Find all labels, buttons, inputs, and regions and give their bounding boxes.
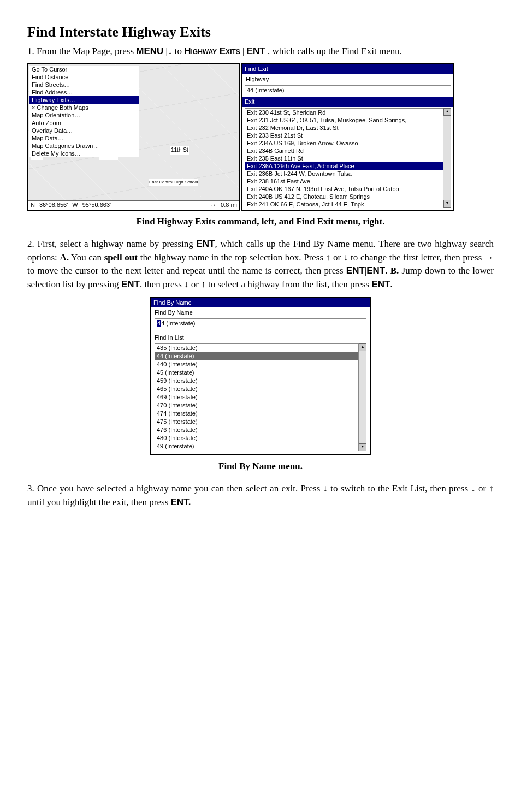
list-item[interactable]: 435 (Interstate) (155, 344, 358, 352)
key-ent: ENT (346, 265, 365, 276)
input-text: 4 (Interstate) (161, 320, 195, 327)
status-lat: 36°08.856' (39, 201, 68, 210)
scroll-up-icon[interactable]: ▴ (359, 343, 366, 351)
text: , then press ↓ or ↑ to select a highway … (140, 279, 371, 289)
highway-label: Highway (242, 74, 453, 84)
list-item[interactable]: 49 (Interstate) (155, 442, 358, 451)
list-item[interactable]: Exit 236B Jct I-244 W, Downtown Tulsa (245, 170, 443, 177)
status-w: W (72, 201, 78, 210)
list-item[interactable]: Exit 233 East 21st St (245, 132, 443, 139)
list-item[interactable]: Exit 234B Garnett Rd (245, 147, 443, 155)
find-exit-panel: Find Exit Highway 44 (Interstate) Exit E… (241, 63, 454, 211)
list-item[interactable]: Exit 232 Memorial Dr, East 31st St (245, 124, 443, 132)
scrollbar[interactable]: ▴ ▾ (443, 108, 451, 208)
list-item[interactable]: 475 (Interstate) (155, 418, 358, 426)
menu-item[interactable]: Find Streets… (29, 81, 139, 88)
exit-list[interactable]: Exit 230 41st St, Sheridan Rd Exit 231 J… (245, 108, 451, 208)
bold-text: spell out (104, 252, 138, 263)
list-item[interactable]: 469 (Interstate) (155, 393, 358, 401)
map-poi-label: East Central High School (149, 179, 198, 186)
list-item[interactable]: 440 (Interstate) (155, 360, 358, 369)
page-title: Find Interstate Highway Exits (27, 22, 494, 43)
scroll-down-icon[interactable]: ▾ (359, 443, 366, 451)
list-item[interactable]: 480 (Interstate) (155, 434, 358, 442)
text: 3. Once you have selected a highway name… (27, 483, 494, 507)
menu-item[interactable]: Find Distance (29, 73, 139, 81)
list-item[interactable]: 470 (Interstate) (155, 401, 358, 410)
text: You can (69, 252, 104, 263)
list-item[interactable]: 45 (Interstate) (155, 369, 358, 377)
text: 1. From the Map Page, press (27, 46, 136, 56)
key-ent: ENT (247, 46, 265, 56)
menu-item[interactable]: Auto Zoom (29, 119, 139, 127)
arrow-icon: ↔ (210, 201, 216, 210)
list-item[interactable]: Exit 231 Jct US 64, OK 51, Tulsa, Muskog… (245, 116, 443, 124)
figure-2-caption: Find By Name menu. (27, 460, 494, 473)
menu-item[interactable]: × Change Both Maps (29, 104, 139, 111)
step-1: 1. From the Map Page, press MENU |↓ to H… (27, 45, 494, 58)
road-label: 11th St (170, 146, 189, 155)
list-item[interactable]: Exit 241 OK 66 E, Catoosa, Jct I-44 E, T… (245, 200, 443, 208)
key-ent: ENT (196, 239, 215, 249)
list-item[interactable]: Exit 230 41st St, Sheridan Rd (245, 109, 443, 116)
scroll-down-icon[interactable]: ▾ (443, 200, 451, 208)
step-2: 2. First, select a highway name by press… (27, 238, 494, 292)
list-item[interactable]: Exit 240A OK 167 N, 193rd East Ave, Tuls… (245, 185, 443, 193)
text: . (385, 265, 390, 276)
list-item[interactable]: Exit 235 East 11th St (245, 155, 443, 162)
key-ent: ENT (366, 265, 385, 276)
list-item[interactable]: 474 (Interstate) (155, 410, 358, 418)
option-b-label: B. (390, 265, 399, 276)
list-item[interactable]: 465 (Interstate) (155, 385, 358, 393)
list-item[interactable]: 459 (Interstate) (155, 377, 358, 385)
text: . (390, 279, 392, 289)
status-n: N (31, 201, 35, 210)
list-item[interactable]: Exit 234A US 169, Broken Arrow, Owasso (245, 139, 443, 147)
status-bar: N 36°08.856' W 95°50.663' ↔ 0.8 mi (28, 200, 239, 210)
highway-input[interactable]: 44 (Interstate) (245, 85, 451, 96)
menu-item[interactable]: Go To Cursor (29, 66, 139, 73)
text: | (242, 46, 244, 56)
map-panel: th St 11th St 11th St East Central High … (27, 63, 240, 211)
scrollbar[interactable]: ▴ ▾ (358, 343, 366, 451)
status-distance: 0.8 mi (221, 201, 237, 210)
text: 2. First, select a highway name by press… (27, 239, 196, 249)
option-a-label: A. (60, 252, 69, 263)
cursor-char: 4 (157, 320, 161, 327)
list-item[interactable]: Exit 240B US 412 E, Choteau, Siloam Spri… (245, 193, 443, 200)
figure-1-caption: Find Highway Exits command, left, and Fi… (27, 215, 494, 229)
list-item[interactable]: 476 (Interstate) (155, 426, 358, 434)
panel-title: Find By Name (151, 298, 370, 308)
menu-item[interactable]: Delete My Icons… (29, 150, 139, 157)
text: |↓ to (166, 46, 185, 56)
status-lon: 95°50.663' (82, 201, 111, 210)
list-item-selected[interactable]: Exit 236A 129th Ave East, Admiral Place (245, 162, 443, 170)
menu-item[interactable]: Map Orientation… (29, 111, 139, 119)
key-ent: ENT (371, 279, 390, 289)
key-ent: ENT. (171, 497, 191, 507)
menu-item[interactable]: Map Data… (29, 134, 139, 142)
key-highway-exits: Highway Exits (184, 46, 240, 56)
panel-title: Find Exit (242, 64, 453, 74)
list-label: Find In List (151, 333, 370, 342)
highway-list[interactable]: 435 (Interstate) 44 (Interstate) 440 (In… (155, 343, 366, 451)
popup-menu: Go To Cursor Find Distance Find Streets…… (29, 66, 139, 157)
name-label: Find By Name (151, 307, 370, 317)
key-ent: ENT (121, 279, 140, 289)
menu-item[interactable]: Find Address… (29, 88, 139, 96)
scroll-up-icon[interactable]: ▴ (443, 108, 451, 116)
name-input[interactable]: 44 (Interstate) (155, 318, 366, 329)
text: , which calls up the Find Exit menu. (268, 46, 402, 56)
menu-item-selected[interactable]: Highway Exits… (29, 96, 139, 104)
step-3: 3. Once you have selected a highway name… (27, 482, 494, 509)
find-by-name-panel: Find By Name Find By Name 44 (Interstate… (150, 297, 371, 456)
menu-item[interactable]: Map Categories Drawn… (29, 142, 139, 150)
menu-item[interactable]: Overlay Data… (29, 127, 139, 134)
list-item-selected[interactable]: 44 (Interstate) (155, 352, 358, 360)
figure-row-1: th St 11th St 11th St East Central High … (27, 63, 494, 211)
exit-label: Exit (242, 97, 453, 107)
list-item[interactable]: Exit 238 161st East Ave (245, 177, 443, 185)
key-menu: MENU (136, 46, 163, 56)
